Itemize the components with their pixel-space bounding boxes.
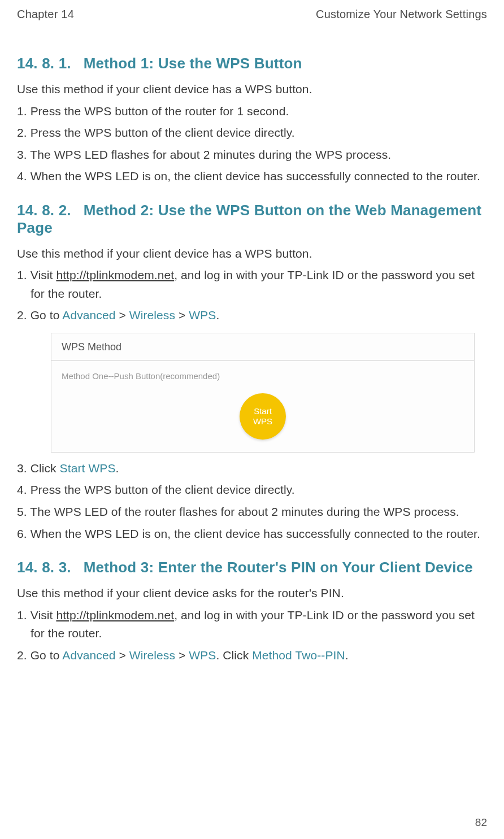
nav-wireless: Wireless	[129, 308, 175, 321]
page-number: 82	[475, 816, 487, 829]
section-2-intro: Use this method if your client device ha…	[17, 245, 487, 263]
section-1-number: 14. 8. 1.	[17, 55, 71, 72]
start-wps-text: Start WPS	[60, 462, 116, 475]
section-2-title: Method 2: Use the WPS Button on the Web …	[17, 202, 481, 236]
nav-advanced: Advanced	[62, 649, 115, 662]
nav-wireless: Wireless	[129, 649, 175, 662]
tplink-modem-link[interactable]: http://tplinkmodem.net	[56, 268, 174, 281]
section-3-number: 14. 8. 3.	[17, 559, 71, 576]
wps-panel-title: WPS Method	[51, 333, 474, 361]
section-3-step-1: 1. Visit http://tplinkmodem.net, and log…	[17, 606, 487, 643]
section-3-intro: Use this method if your client device as…	[17, 584, 487, 603]
nav-wps: WPS	[189, 308, 216, 321]
start-wps-button[interactable]: Start WPS	[240, 393, 286, 440]
nav-method-two-pin: Method Two--PIN	[252, 649, 345, 662]
wps-panel-subtitle: Method One--Push Button(recommended)	[51, 361, 474, 381]
section-1-intro: Use this method if your client device ha…	[17, 80, 487, 99]
start-wps-label-line2: WPS	[253, 416, 272, 427]
section-1-step: 1. Press the WPS button of the router fo…	[17, 102, 487, 121]
section-1-step: 4. When the WPS LED is on, the client de…	[17, 167, 487, 186]
header-title: Customize Your Network Settings	[316, 8, 487, 21]
section-2-step: 4. Press the WPS button of the client de…	[17, 481, 487, 499]
section-3-step-2: 2. Go to Advanced > Wireless > WPS. Clic…	[17, 646, 487, 665]
nav-wps: WPS	[189, 649, 216, 662]
section-2-heading: 14. 8. 2.Method 2: Use the WPS Button on…	[17, 202, 487, 237]
section-1-heading: 14. 8. 1.Method 1: Use the WPS Button	[17, 55, 487, 72]
section-1-title: Method 1: Use the WPS Button	[84, 55, 302, 72]
section-2-step-3: 3. Click Start WPS.	[17, 459, 487, 478]
section-2-step: 6. When the WPS LED is on, the client de…	[17, 525, 487, 544]
section-3-title: Method 3: Enter the Router's PIN on Your…	[84, 559, 473, 576]
nav-advanced: Advanced	[62, 308, 115, 321]
wps-method-panel: WPS Method Method One--Push Button(recom…	[51, 333, 475, 453]
section-1-step: 3. The WPS LED flashes for about 2 minut…	[17, 146, 487, 164]
page-header: Chapter 14 Customize Your Network Settin…	[17, 8, 487, 21]
section-1-step: 2. Press the WPS button of the client de…	[17, 124, 487, 142]
section-2-step-2: 2. Go to Advanced > Wireless > WPS.	[17, 306, 487, 325]
section-2-number: 14. 8. 2.	[17, 202, 71, 219]
wps-button-row: Start WPS	[51, 381, 474, 452]
section-2-step-1: 1. Visit http://tplinkmodem.net, and log…	[17, 266, 487, 303]
tplink-modem-link[interactable]: http://tplinkmodem.net	[56, 608, 174, 621]
chapter-label: Chapter 14	[17, 8, 74, 21]
section-2-step: 5. The WPS LED of the router flashes for…	[17, 503, 487, 521]
start-wps-label-line1: Start	[254, 406, 272, 416]
section-3-heading: 14. 8. 3.Method 3: Enter the Router's PI…	[17, 559, 487, 576]
